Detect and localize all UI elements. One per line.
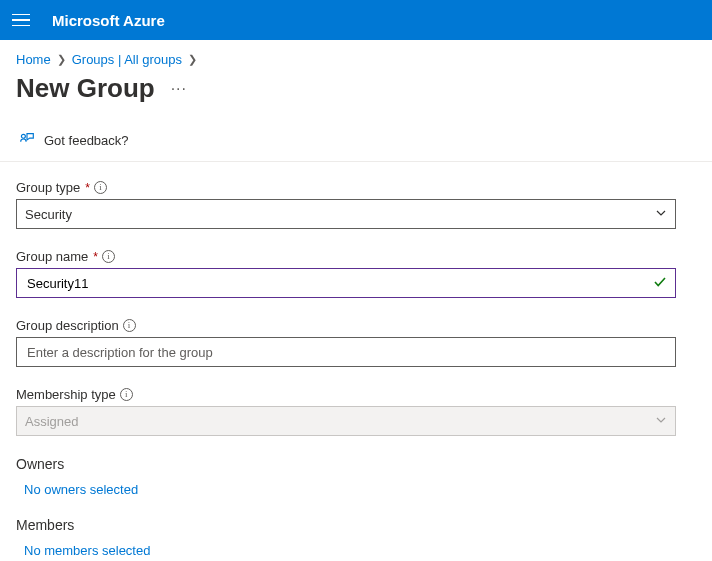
info-icon[interactable]: i <box>94 181 107 194</box>
group-name-input[interactable] <box>25 275 667 292</box>
chevron-right-icon: ❯ <box>57 53 66 66</box>
owners-select-link[interactable]: No owners selected <box>16 482 696 497</box>
breadcrumb-home[interactable]: Home <box>16 52 51 67</box>
chevron-down-icon <box>655 207 667 222</box>
group-description-input[interactable] <box>25 344 667 361</box>
breadcrumb: Home ❯ Groups | All groups ❯ <box>0 40 712 73</box>
group-type-label: Group type * i <box>16 180 696 195</box>
members-select-link[interactable]: No members selected <box>16 543 696 558</box>
svg-point-0 <box>21 134 25 138</box>
field-group-name: Group name * i <box>16 249 696 298</box>
group-description-input-wrapper <box>16 337 676 367</box>
hamburger-menu-icon[interactable] <box>12 10 32 30</box>
group-name-input-wrapper <box>16 268 676 298</box>
membership-type-label: Membership type i <box>16 387 696 402</box>
group-type-value: Security <box>25 207 72 222</box>
breadcrumb-groups[interactable]: Groups | All groups <box>72 52 182 67</box>
info-icon[interactable]: i <box>102 250 115 263</box>
more-actions-button[interactable]: ··· <box>167 76 191 102</box>
group-description-label: Group description i <box>16 318 696 333</box>
brand-label: Microsoft Azure <box>52 12 165 29</box>
chevron-down-icon <box>655 414 667 429</box>
field-membership-type: Membership type i Assigned <box>16 387 696 436</box>
members-heading: Members <box>16 517 696 533</box>
field-group-type: Group type * i Security <box>16 180 696 229</box>
owners-section: Owners No owners selected <box>16 456 696 497</box>
owners-heading: Owners <box>16 456 696 472</box>
field-group-description: Group description i <box>16 318 696 367</box>
feedback-icon <box>18 130 36 151</box>
feedback-button[interactable]: Got feedback? <box>0 122 712 162</box>
chevron-right-icon: ❯ <box>188 53 197 66</box>
group-name-label: Group name * i <box>16 249 696 264</box>
info-icon[interactable]: i <box>120 388 133 401</box>
new-group-form: Group type * i Security Group name * i G… <box>0 162 712 561</box>
info-icon[interactable]: i <box>123 319 136 332</box>
required-indicator: * <box>85 181 90 195</box>
feedback-label: Got feedback? <box>44 133 129 148</box>
page-title: New Group <box>16 73 155 104</box>
azure-top-bar: Microsoft Azure <box>0 0 712 40</box>
check-icon <box>653 275 667 292</box>
required-indicator: * <box>93 250 98 264</box>
membership-type-value: Assigned <box>25 414 78 429</box>
membership-type-select: Assigned <box>16 406 676 436</box>
group-type-select[interactable]: Security <box>16 199 676 229</box>
page-header: New Group ··· <box>0 73 712 122</box>
members-section: Members No members selected <box>16 517 696 558</box>
